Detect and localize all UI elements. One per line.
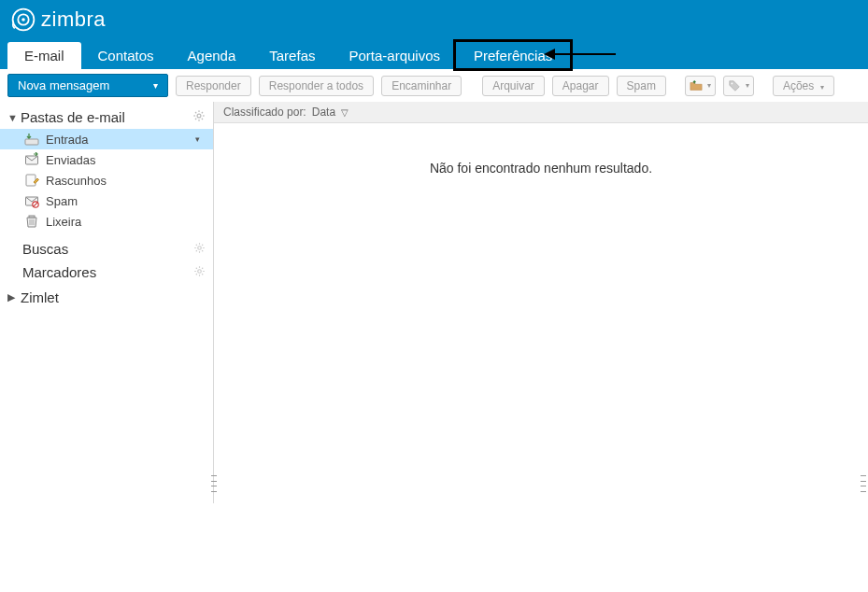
delete-button[interactable]: Apagar xyxy=(552,76,609,96)
chevron-down-icon: ▾ xyxy=(746,81,749,90)
sidebar-zimlet-header[interactable]: ▶ Zimlet xyxy=(0,284,213,309)
tag-icon xyxy=(728,79,741,92)
svg-line-29 xyxy=(202,250,203,251)
folder-sent[interactable]: Enviadas xyxy=(0,149,213,170)
tab-tasks[interactable]: Tarefas xyxy=(252,42,332,69)
chevron-down-icon: ▾ xyxy=(153,80,158,91)
svg-point-3 xyxy=(731,82,733,84)
sort-bar[interactable]: Classificado por: Data ▽ xyxy=(214,102,868,123)
body: ▼ Pastas de e-mail Entrada ▾ Enviadas Ra… xyxy=(0,102,868,503)
gear-icon[interactable] xyxy=(192,109,206,125)
section-label: Buscas xyxy=(22,241,68,257)
tab-email[interactable]: E-mail xyxy=(7,42,81,69)
archive-button[interactable]: Arquivar xyxy=(482,76,545,96)
svg-point-32 xyxy=(198,269,202,273)
actions-button[interactable]: Ações ▾ xyxy=(773,76,834,96)
svg-line-37 xyxy=(196,267,197,268)
tab-label: Tarefas xyxy=(269,48,315,63)
spam-button[interactable]: Spam xyxy=(617,76,666,96)
tab-label: Preferências xyxy=(474,48,552,63)
svg-rect-13 xyxy=(25,139,38,145)
tab-preferences[interactable]: Preferências xyxy=(457,42,569,69)
inbox-icon xyxy=(24,132,39,147)
svg-rect-15 xyxy=(26,175,36,186)
app-header: zimbra xyxy=(0,0,868,39)
tab-label: Agenda xyxy=(188,48,236,63)
svg-line-39 xyxy=(202,267,203,268)
actions-label: Ações xyxy=(783,79,814,92)
chevron-down-icon: ▾ xyxy=(820,83,824,92)
tab-label: Contatos xyxy=(98,48,154,63)
section-label: Zimlet xyxy=(21,289,59,305)
expand-icon: ▶ xyxy=(7,291,21,303)
svg-point-4 xyxy=(197,114,201,118)
logo: zimbra xyxy=(11,7,106,32)
folder-label: Lixeira xyxy=(46,215,81,229)
svg-line-38 xyxy=(202,274,203,275)
folder-label: Enviadas xyxy=(46,153,95,167)
collapse-icon: ▼ xyxy=(7,112,21,123)
forward-button[interactable]: Encaminhar xyxy=(381,76,462,96)
tab-label: E-mail xyxy=(24,48,64,63)
toolbar: Nova mensagem ▾ Responder Responder a to… xyxy=(0,69,868,102)
sent-icon xyxy=(24,152,39,167)
sidebar-folders-header[interactable]: ▼ Pastas de e-mail xyxy=(0,106,213,129)
reply-all-button[interactable]: Responder a todos xyxy=(259,76,374,96)
spam-icon xyxy=(24,193,39,208)
svg-line-12 xyxy=(195,119,196,120)
trash-icon xyxy=(24,214,39,229)
zimbra-logo-icon xyxy=(11,7,36,32)
svg-point-2 xyxy=(21,18,25,21)
reply-button[interactable]: Responder xyxy=(176,76,251,96)
folder-spam[interactable]: Spam xyxy=(0,190,213,211)
folder-trash[interactable]: Lixeira xyxy=(0,211,213,232)
folder-label: Rascunhos xyxy=(46,174,107,188)
main-tabs: E-mail Contatos Agenda Tarefas Porta-arq… xyxy=(0,39,868,69)
svg-line-40 xyxy=(196,274,197,275)
sidebar-searches[interactable]: Buscas xyxy=(0,237,213,261)
section-label: Marcadores xyxy=(22,264,96,280)
section-label: Pastas de e-mail xyxy=(21,109,125,125)
svg-line-28 xyxy=(196,244,197,245)
chevron-down-icon[interactable]: ▾ xyxy=(195,134,206,144)
resize-grip-right[interactable] xyxy=(861,473,866,494)
sidebar-tags[interactable]: Marcadores xyxy=(0,261,213,284)
folder-label: Entrada xyxy=(46,133,89,147)
svg-line-31 xyxy=(196,250,197,251)
svg-line-11 xyxy=(202,112,203,113)
folder-inbox[interactable]: Entrada ▾ xyxy=(0,129,213,149)
folder-label: Spam xyxy=(46,194,78,208)
compose-button[interactable]: Nova mensagem ▾ xyxy=(7,74,168,97)
gear-icon[interactable] xyxy=(193,265,206,280)
resize-grip-left[interactable] xyxy=(211,473,217,494)
move-to-folder-button[interactable]: ▾ xyxy=(685,76,716,96)
svg-point-23 xyxy=(198,246,202,249)
sidebar: ▼ Pastas de e-mail Entrada ▾ Enviadas Ra… xyxy=(0,102,213,503)
sort-field: Data xyxy=(312,106,335,119)
tab-calendar[interactable]: Agenda xyxy=(171,42,253,69)
sort-label: Classificado por: xyxy=(223,106,306,119)
tag-button[interactable]: ▾ xyxy=(723,76,754,96)
tab-contacts[interactable]: Contatos xyxy=(81,42,171,69)
folder-drafts[interactable]: Rascunhos xyxy=(0,170,213,190)
chevron-down-icon: ▾ xyxy=(707,81,711,90)
content-pane: Classificado por: Data ▽ Não foi encontr… xyxy=(213,102,868,503)
tab-label: Porta-arquivos xyxy=(349,48,440,63)
svg-line-10 xyxy=(202,119,203,120)
brand-text: zimbra xyxy=(41,7,106,32)
compose-label: Nova mensagem xyxy=(18,78,109,92)
folder-move-icon xyxy=(690,79,703,92)
drafts-icon xyxy=(24,173,39,188)
empty-results-message: Não foi encontrado nenhum resultado. xyxy=(214,123,868,176)
svg-line-9 xyxy=(195,112,196,113)
sort-arrow-icon: ▽ xyxy=(341,107,349,118)
svg-rect-19 xyxy=(29,216,35,218)
gear-icon[interactable] xyxy=(193,242,206,257)
svg-line-30 xyxy=(202,244,203,245)
tab-briefcase[interactable]: Porta-arquivos xyxy=(332,42,457,69)
